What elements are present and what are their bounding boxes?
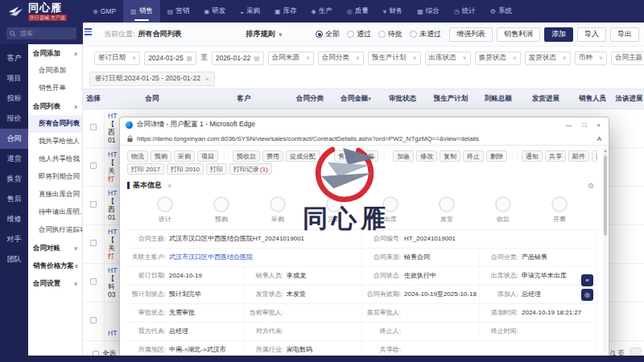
radio-rejected[interactable]: 未通过 xyxy=(410,29,441,39)
radio-all[interactable]: 全部 xyxy=(316,29,340,39)
topnav-item-rnd[interactable]: ◉研发 xyxy=(196,0,233,23)
read-aloud-icon[interactable]: A xyxy=(597,135,601,142)
rail-item-team[interactable]: 团队 xyxy=(0,249,28,269)
rail-item-exchange[interactable]: 换货 xyxy=(0,169,28,189)
topnav-item-inventory[interactable]: ▣库存 xyxy=(267,0,304,23)
expense-button[interactable]: 费用 xyxy=(262,150,283,162)
print-record-button[interactable]: 打印记录(1) xyxy=(229,163,272,175)
sort-rule-dropdown[interactable]: 排序规则∨ xyxy=(246,29,283,39)
row-checkbox[interactable] xyxy=(90,240,97,246)
date-from-input[interactable]: 2024-01-25▦ xyxy=(144,51,196,65)
service-button[interactable]: ◎ xyxy=(581,289,593,301)
filter-contract-subject[interactable]: 合同主题∨ xyxy=(611,51,644,65)
menu-item-expiring[interactable]: 即将到期合同 xyxy=(28,168,82,186)
rail-item-bidding[interactable]: 投标 xyxy=(0,88,28,109)
filter-preproduction-plan[interactable]: 预生产计划∨ xyxy=(368,51,421,65)
project-button[interactable]: 项目 xyxy=(197,150,218,162)
menu-item-exec-tracking[interactable]: 合同执行追踪表 xyxy=(28,221,82,239)
menu-item-contract-add[interactable]: 合同添加 xyxy=(28,62,82,80)
menu-item-shared-to-me[interactable]: 他人共享给我 xyxy=(28,150,82,168)
mail-button[interactable]: 邮件 xyxy=(568,150,589,162)
prepurchase-button[interactable]: 预购 xyxy=(151,150,171,162)
topnav-item-statistics[interactable]: ◷统计 xyxy=(447,0,483,23)
aftersale-button[interactable]: 售后 xyxy=(334,150,355,162)
add-button[interactable]: 添加 xyxy=(544,27,573,42)
topnav-item-marketing[interactable]: ▤营销 xyxy=(160,0,197,23)
menu-group-price-plan[interactable]: 销售价格方案∨ xyxy=(28,257,82,274)
topnav-item-production[interactable]: ◈生产 xyxy=(304,0,340,23)
radio-approved[interactable]: 通过 xyxy=(347,29,371,39)
address-bar[interactable]: https://demo.tongxinyan.com:8036/SYSN/vi… xyxy=(120,132,609,146)
filter-contract-source[interactable]: 合同来源∨ xyxy=(268,51,314,65)
remove-tag-icon[interactable]: × xyxy=(205,76,209,83)
scroll-up-icon[interactable]: ▲ xyxy=(603,148,608,153)
filter-outbound-status[interactable]: 出库状态∨ xyxy=(425,51,471,65)
terminate-button[interactable]: 终止 xyxy=(463,150,484,162)
filter-exchange-status[interactable]: 换货状态∨ xyxy=(475,51,521,65)
menu-group-contract-settings[interactable]: 合同设置∨ xyxy=(28,274,82,292)
filter-shipping-status[interactable]: 发货状态∨ xyxy=(525,51,571,65)
customer-link[interactable]: 武汉市汉口区中西医结合医院 xyxy=(169,253,361,261)
modal-scrollbar[interactable]: ▲ xyxy=(603,147,608,354)
date-to-input[interactable]: 2026-01-22▦ xyxy=(212,51,264,65)
negotiation-button[interactable]: 洽谈进展 xyxy=(592,150,597,162)
menu-item-all-contracts[interactable]: 所有合同列表 xyxy=(28,115,82,133)
menu-group-reconciliation[interactable]: 合同对账∨ xyxy=(28,239,82,257)
print-button[interactable]: 打印 xyxy=(206,163,227,175)
enhanced-list-button[interactable]: 增强列表 xyxy=(449,27,493,42)
filter-currency[interactable]: 币种∨ xyxy=(575,51,607,65)
sidebar-toggle-icon[interactable] xyxy=(85,27,92,37)
select-all[interactable]: 全选 xyxy=(93,349,116,356)
filter-contract-category[interactable]: 合同分类∨ xyxy=(318,51,364,65)
scrollbar-thumb[interactable] xyxy=(604,155,607,236)
gear-icon[interactable]: ⚙ xyxy=(588,182,594,190)
filter-field-select[interactable]: 签订日期∨ xyxy=(94,51,140,65)
row-checkbox[interactable] xyxy=(90,317,97,323)
rail-item-quote[interactable]: 报价 xyxy=(0,109,28,129)
collapse-section-icon[interactable]: ∧ xyxy=(167,183,171,189)
sidebar-search[interactable] xyxy=(6,27,76,39)
rail-item-customer[interactable]: 客户 xyxy=(0,48,28,68)
purchase-button[interactable]: 采购 xyxy=(174,150,195,162)
menu-group-contract-add[interactable]: 合同添加∧ xyxy=(28,44,82,62)
topnav-item-purchase[interactable]: ◒采购 xyxy=(233,0,267,23)
topnav-item-sales[interactable]: ▥销售 xyxy=(123,0,160,23)
print-2010-button[interactable]: 打印 2010 xyxy=(167,163,204,175)
collapse-panel-button[interactable]: « xyxy=(581,274,593,286)
menu-item-sales-order[interactable]: 销售开单 xyxy=(28,80,82,97)
rail-item-repair[interactable]: 维修 xyxy=(0,209,28,229)
page-go-button[interactable] xyxy=(630,348,642,356)
notify-button[interactable]: 通知 xyxy=(522,150,543,162)
col-amount-sortable[interactable]: 合同金额▾ xyxy=(332,94,379,104)
menu-item-direct-outbound[interactable]: 直接出库合同 xyxy=(28,186,82,204)
rail-item-project[interactable]: 项目 xyxy=(0,68,28,88)
topnav-item-quality[interactable]: ◎质量 xyxy=(340,0,376,23)
return-button[interactable]: 退货 xyxy=(357,150,378,162)
row-checkbox[interactable] xyxy=(90,124,97,130)
radio-pending[interactable]: 待批 xyxy=(378,29,402,39)
row-checkbox[interactable] xyxy=(90,278,97,285)
logistics-button[interactable]: 物流 xyxy=(127,150,148,162)
row-checkbox[interactable] xyxy=(90,162,97,169)
share-button[interactable]: 共享 xyxy=(545,150,566,162)
menu-item-pending-outbound[interactable]: 待申请出库明... xyxy=(28,204,82,221)
minimize-button[interactable]: — xyxy=(565,121,572,129)
rail-item-competitor[interactable]: 对手 xyxy=(0,229,28,249)
copy-button[interactable]: 复制 xyxy=(440,150,460,162)
topnav-item-system[interactable]: ⚙系统 xyxy=(483,0,519,23)
menu-item-shared-by-me[interactable]: 我共享给他人 xyxy=(28,133,82,150)
menu-group-contract-list[interactable]: 合同列表∧ xyxy=(28,97,82,115)
rail-item-aftersale[interactable]: 售后 xyxy=(0,189,28,209)
sales-profit-button[interactable]: 销售利润 xyxy=(497,27,540,42)
urgent-button[interactable]: 加急 xyxy=(393,150,414,162)
commission-button[interactable]: 提成分配 xyxy=(286,150,320,162)
edit-button[interactable]: 修改 xyxy=(416,150,437,162)
rail-item-contract[interactable]: 合同 xyxy=(0,129,28,149)
rail-item-returns[interactable]: 退货 xyxy=(0,149,28,169)
delete-button[interactable]: 删除 xyxy=(486,150,507,162)
row-checkbox[interactable] xyxy=(90,201,97,208)
close-button[interactable]: × xyxy=(597,121,601,129)
maximize-button[interactable]: □ xyxy=(582,121,586,129)
window-titlebar[interactable]: 合同详情 - 用户配置 1 - Microsoft Edge — □ × xyxy=(120,117,609,132)
import-button[interactable]: 导入 xyxy=(577,27,606,42)
